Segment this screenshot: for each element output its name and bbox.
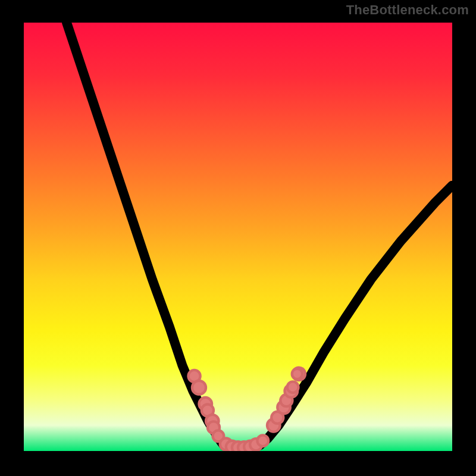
curve-path (67, 23, 452, 449)
plot-area (24, 23, 452, 451)
watermark-text: TheBottleneck.com (346, 2, 469, 18)
chart-frame: TheBottleneck.com (0, 0, 476, 476)
data-marker (257, 435, 268, 446)
data-marker (292, 369, 302, 379)
bottleneck-curve (24, 23, 452, 451)
data-marker (287, 381, 299, 393)
data-marker (192, 381, 206, 394)
